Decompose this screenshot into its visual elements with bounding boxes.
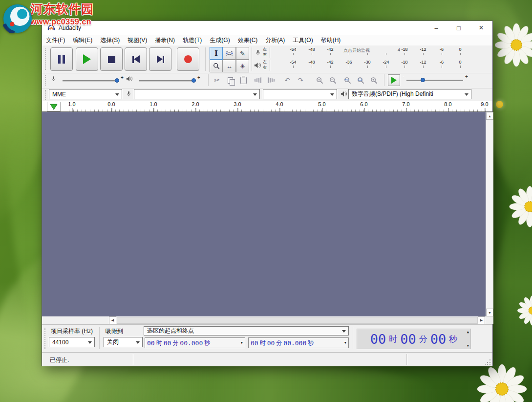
site-logo-icon bbox=[3, 4, 32, 33]
site-watermark: 河东软件园 www.pc0359.cn bbox=[1, 1, 94, 33]
playback-volume-thumb[interactable] bbox=[192, 78, 196, 83]
vertical-scrollbar[interactable]: ▲ ▼ bbox=[486, 112, 493, 316]
menu-item[interactable]: 分析(A) bbox=[261, 35, 289, 46]
menu-item[interactable]: 选择(S) bbox=[96, 35, 124, 46]
snap-to-combobox[interactable]: 关闭 bbox=[104, 337, 143, 347]
minimize-button[interactable]: – bbox=[425, 21, 447, 35]
playback-volume-slider[interactable] bbox=[139, 80, 196, 82]
play-at-speed-button[interactable] bbox=[388, 74, 400, 86]
selection-end-field[interactable]: 00 时 00 分 00.000 秒 ▼ bbox=[248, 337, 349, 348]
play-button[interactable] bbox=[76, 47, 98, 71]
redo-button[interactable]: ↷ bbox=[295, 75, 306, 86]
position-seconds[interactable]: 00 bbox=[430, 332, 447, 347]
recording-volume-thumb[interactable] bbox=[115, 78, 119, 83]
recording-meter[interactable]: 左右 -54-48-42-18-12-60 点击开始监视 4 bbox=[252, 46, 486, 59]
fit-selection-button[interactable] bbox=[341, 75, 353, 86]
menu-item[interactable]: 帮助(H) bbox=[317, 35, 345, 46]
status-text: 已停止. bbox=[50, 356, 69, 364]
undo-button[interactable]: ↶ bbox=[281, 75, 293, 86]
start-minutes[interactable]: 00 bbox=[164, 339, 171, 347]
zoom-out-button[interactable] bbox=[327, 75, 339, 86]
time-label: 6.0 bbox=[360, 101, 367, 107]
scroll-left-button[interactable]: ◀ bbox=[109, 316, 116, 324]
maximize-button[interactable]: □ bbox=[447, 21, 470, 35]
zoom-toggle-button[interactable] bbox=[368, 75, 380, 86]
zoom-in-button[interactable] bbox=[314, 75, 325, 86]
selection-tool-button[interactable]: I bbox=[210, 47, 223, 60]
timeshift-tool-button[interactable]: ↔ bbox=[223, 60, 236, 72]
silence-audio-button[interactable] bbox=[265, 75, 277, 86]
menu-item[interactable]: 生成(G) bbox=[206, 35, 234, 46]
resize-grip[interactable] bbox=[485, 359, 491, 365]
audio-host-combobox[interactable]: MME bbox=[49, 89, 122, 99]
pause-button[interactable] bbox=[50, 47, 73, 71]
recording-channels-combobox[interactable] bbox=[263, 89, 337, 99]
position-minutes[interactable]: 00 bbox=[400, 332, 416, 347]
multi-tool-button[interactable]: ✳ bbox=[236, 60, 249, 72]
draw-tool-button[interactable]: ✎ bbox=[236, 47, 249, 60]
project-rate-combobox[interactable]: 44100 bbox=[49, 337, 95, 347]
start-seconds[interactable]: 00.000 bbox=[180, 339, 203, 347]
toolbar-grip[interactable] bbox=[45, 48, 47, 70]
menu-item[interactable]: 视图(V) bbox=[124, 35, 151, 46]
end-seconds[interactable]: 00.000 bbox=[283, 339, 306, 347]
hscroll-thumb[interactable] bbox=[117, 317, 478, 324]
menu-item[interactable]: 编辑(E) bbox=[69, 35, 96, 46]
toolbar-separator bbox=[42, 73, 492, 73]
scroll-down-button[interactable]: ▼ bbox=[486, 309, 493, 316]
selection-range-combobox[interactable]: 选区的起点和终点 bbox=[144, 326, 349, 335]
skip-to-end-button[interactable] bbox=[149, 47, 171, 71]
second-unit: 秒 bbox=[204, 339, 210, 347]
audio-position-display[interactable]: 00 时 00 分 00 秒 ▲ ▼ bbox=[357, 329, 471, 349]
stop-button[interactable] bbox=[100, 47, 123, 71]
spinner-icon[interactable]: ▼ bbox=[241, 341, 243, 345]
horizontal-scrollbar[interactable]: ◀ ▶ bbox=[42, 316, 493, 324]
envelope-tool-button[interactable] bbox=[223, 47, 236, 60]
zoom-tool-button[interactable] bbox=[210, 60, 223, 72]
fit-project-button[interactable] bbox=[355, 75, 366, 86]
end-minutes[interactable]: 00 bbox=[267, 339, 275, 347]
play-speed-slider[interactable] bbox=[406, 80, 463, 81]
copy-button[interactable] bbox=[224, 75, 236, 86]
meter-ticks bbox=[293, 66, 461, 68]
selection-start-field[interactable]: 00 时 00 分 00.000 秒 ▼ bbox=[145, 337, 245, 348]
menu-item[interactable]: 效果(C) bbox=[234, 35, 262, 46]
toolbar-grip[interactable] bbox=[45, 75, 47, 86]
record-button[interactable] bbox=[177, 47, 199, 71]
start-hours[interactable]: 00 bbox=[147, 339, 155, 347]
minus-icon: - bbox=[135, 75, 136, 80]
menu-item[interactable]: 轨道(T) bbox=[179, 35, 206, 46]
spinner-up-icon[interactable]: ▲ bbox=[467, 330, 469, 334]
title-bar[interactable]: Audacity – □ × bbox=[42, 21, 492, 35]
playback-meter[interactable]: 左右 -54-48-42-36-30-24-18-12-60 bbox=[252, 59, 486, 72]
trim-audio-button[interactable] bbox=[252, 75, 264, 86]
db-label: -24 bbox=[383, 60, 389, 65]
recording-volume-slider[interactable] bbox=[63, 80, 119, 82]
timeline-ruler[interactable]: 1.00.01.02.03.04.05.06.07.08.09.0 bbox=[42, 101, 492, 112]
menu-item[interactable]: 播录(N) bbox=[151, 35, 179, 46]
track-panel[interactable] bbox=[42, 112, 486, 316]
toolbar-grip[interactable] bbox=[44, 328, 47, 349]
cut-button[interactable]: ✂ bbox=[211, 75, 223, 86]
dropdown-arrow-icon bbox=[342, 330, 346, 333]
position-spinner[interactable]: ▲ ▼ bbox=[467, 330, 469, 348]
position-hours[interactable]: 00 bbox=[370, 332, 386, 347]
scroll-right-button[interactable]: ▶ bbox=[478, 316, 485, 324]
menu-item[interactable]: 文件(F) bbox=[42, 35, 69, 46]
paste-button[interactable] bbox=[237, 75, 249, 86]
meter-bracket bbox=[270, 60, 270, 71]
play-icon bbox=[83, 54, 91, 64]
playback-device-combobox[interactable]: 数字音频(S/PDIF) (High Definiti bbox=[348, 89, 471, 99]
recording-device-combobox[interactable] bbox=[134, 89, 260, 99]
scroll-down-icon: ▼ bbox=[488, 311, 491, 314]
spinner-icon[interactable]: ▼ bbox=[344, 341, 346, 345]
scroll-up-button[interactable]: ▲ bbox=[486, 112, 493, 120]
toolbar-grip[interactable] bbox=[45, 90, 47, 100]
skip-to-start-button[interactable] bbox=[125, 47, 147, 71]
spinner-down-icon[interactable]: ▼ bbox=[467, 344, 469, 348]
channel-label: 右 bbox=[263, 52, 267, 57]
end-hours[interactable]: 00 bbox=[251, 339, 258, 347]
play-speed-thumb[interactable] bbox=[421, 78, 425, 82]
close-button[interactable]: × bbox=[470, 21, 492, 35]
menu-item[interactable]: 工具(O) bbox=[289, 35, 317, 46]
